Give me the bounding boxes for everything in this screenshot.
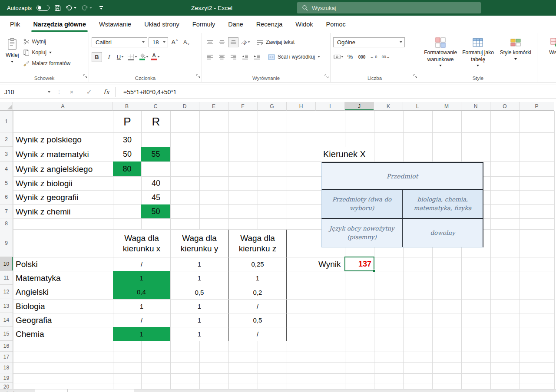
column-header-A[interactable]: A <box>13 102 113 111</box>
decrease-font-button[interactable]: A˅ <box>181 37 192 47</box>
cell-A13[interactable]: Biologia <box>13 300 113 313</box>
cell-A7[interactable]: Wynik z chemii <box>13 205 113 218</box>
column-header-B[interactable]: B <box>113 102 141 111</box>
decrease-indent-button[interactable] <box>240 52 250 62</box>
cell-D13[interactable]: 1 <box>171 300 228 313</box>
insert-cells-button[interactable]: Wsta <box>540 36 556 56</box>
row-header-12[interactable]: 12 <box>0 285 13 299</box>
borders-button[interactable] <box>127 52 137 62</box>
redo-button[interactable] <box>81 4 92 11</box>
font-color-button[interactable]: A <box>150 52 161 62</box>
percent-format-button[interactable]: % <box>345 52 355 62</box>
cell-B2[interactable]: 30 <box>113 133 141 147</box>
tab-formuly[interactable]: Formuły <box>186 16 222 33</box>
search-box[interactable]: Wyszukaj <box>297 2 481 13</box>
column-header-O[interactable]: O <box>490 102 520 111</box>
font-color-dropdown-icon[interactable] <box>158 56 160 57</box>
conditional-formatting-dropdown-icon[interactable] <box>439 65 442 66</box>
tab-pomoc[interactable]: Pomoc <box>320 16 352 33</box>
row-header-17[interactable]: 17 <box>0 352 13 362</box>
orientation-dropdown-icon[interactable] <box>248 41 250 43</box>
cell-B10[interactable]: / <box>113 257 170 271</box>
increase-decimal-button[interactable]: ←.0 <box>368 52 379 62</box>
column-header-F[interactable]: F <box>228 102 258 111</box>
cell-B14[interactable]: / <box>113 313 170 327</box>
embedded-picture-table[interactable]: Przedmiot Przedmioty (dwa do wyboru) bio… <box>321 162 483 247</box>
row-header-10[interactable]: 10 <box>0 257 13 271</box>
cell-B11[interactable]: 1 <box>113 271 170 285</box>
cell-D10[interactable]: 1 <box>171 257 228 271</box>
column-header-L[interactable]: L <box>403 102 432 111</box>
column-header-H[interactable]: H <box>287 102 316 111</box>
row-header-14[interactable]: 14 <box>0 313 13 327</box>
cell-B15[interactable]: 1 <box>113 327 170 341</box>
cut-button[interactable]: Wytnij <box>22 36 72 47</box>
column-header-C[interactable]: C <box>141 102 170 111</box>
row-header-3[interactable]: 3 <box>0 147 13 161</box>
number-format-combo[interactable]: Ogólne <box>333 37 405 47</box>
copy-dropdown-icon[interactable] <box>49 52 52 53</box>
name-box[interactable]: J10 <box>0 85 43 99</box>
formula-bar-resize-handle[interactable]: ⋮ <box>55 89 63 95</box>
cell-C5[interactable]: 40 <box>142 177 170 190</box>
cell-I3[interactable]: Kierunek X <box>316 147 374 161</box>
bold-button[interactable]: B <box>92 52 102 62</box>
font-name-combo[interactable]: Calibri <box>92 37 147 47</box>
cell-F15[interactable]: / <box>229 327 287 341</box>
cell-D14[interactable]: 1 <box>171 313 228 327</box>
cell-C1[interactable]: R <box>142 111 170 132</box>
cell-A12[interactable]: Angielski <box>13 285 113 299</box>
cell-A2[interactable]: Wynik z polskiego <box>13 133 113 147</box>
cell-A10[interactable]: Polski <box>13 257 113 271</box>
cell-C6[interactable]: 45 <box>142 191 170 204</box>
cell-B9[interactable]: Waga dla kierunku x <box>113 230 170 257</box>
font-dialog-launcher-icon[interactable] <box>196 72 200 80</box>
cell-A15[interactable]: Chemia <box>13 327 113 341</box>
tab-plik[interactable]: Plik <box>3 16 26 33</box>
align-left-button[interactable] <box>205 52 215 62</box>
column-header-E[interactable]: E <box>199 102 228 111</box>
sheet-nav-arrows[interactable]: ◂▸ <box>0 389 35 392</box>
row-header-5[interactable]: 5 <box>0 176 13 190</box>
cell-B12[interactable]: 0,4 <box>113 285 170 299</box>
format-painter-button[interactable]: Malarz formatów <box>22 58 72 69</box>
cell-A4[interactable]: Wynik z angielskiego <box>13 162 113 176</box>
cell-B1[interactable]: P <box>113 111 141 132</box>
column-header-D[interactable]: D <box>170 102 199 111</box>
cancel-entry-button[interactable]: × <box>63 88 80 96</box>
cell-A6[interactable]: Wynik z geografii <box>13 191 113 204</box>
column-header-P[interactable]: P <box>520 102 554 111</box>
sheet-tab-arkusz1[interactable]: Arkusz1 <box>35 389 68 392</box>
cell-F12[interactable]: 0,2 <box>229 285 287 299</box>
increase-font-button[interactable]: A˄ <box>169 37 180 47</box>
confirm-entry-button[interactable]: ✓ <box>80 88 98 96</box>
sheet-tab-arkusz2[interactable]: Arkusz2 <box>68 389 101 392</box>
row-header-16[interactable]: 16 <box>0 341 13 352</box>
row-header-7[interactable]: 7 <box>0 204 13 218</box>
row-header-1[interactable]: 1 <box>0 111 13 132</box>
cell-F13[interactable]: / <box>229 300 287 313</box>
align-right-button[interactable] <box>228 52 238 62</box>
cell-D9[interactable]: Waga dla kierunku y <box>171 230 228 257</box>
tab-widok[interactable]: Widok <box>289 16 319 33</box>
row-header-6[interactable]: 6 <box>0 190 13 204</box>
font-size-combo[interactable]: 18 <box>149 37 168 47</box>
paste-button[interactable]: Wklej <box>3 36 22 69</box>
column-header-I[interactable]: I <box>316 102 345 111</box>
align-middle-button[interactable] <box>216 37 227 47</box>
column-header-M[interactable]: M <box>432 102 461 111</box>
autosave-toggle[interactable] <box>36 5 50 11</box>
currency-format-button[interactable] <box>333 52 344 62</box>
italic-button[interactable]: I <box>103 52 114 62</box>
alignment-dialog-launcher-icon[interactable] <box>324 72 329 80</box>
merge-dropdown-icon[interactable] <box>318 56 320 57</box>
sheet-nav-left-icon[interactable]: ◂ <box>5 390 7 392</box>
cell-A11[interactable]: Matematyka <box>13 271 113 285</box>
clipboard-dialog-launcher-icon[interactable] <box>83 72 87 80</box>
row-header-18[interactable]: 18 <box>0 362 13 373</box>
sheet-tab-arkusz3[interactable]: Arkusz3 <box>101 389 134 392</box>
cell-C3[interactable]: 55 <box>141 147 170 161</box>
undo-button[interactable] <box>66 4 76 11</box>
underline-button[interactable]: U <box>115 52 126 62</box>
cell-A14[interactable]: Geografia <box>13 313 113 327</box>
